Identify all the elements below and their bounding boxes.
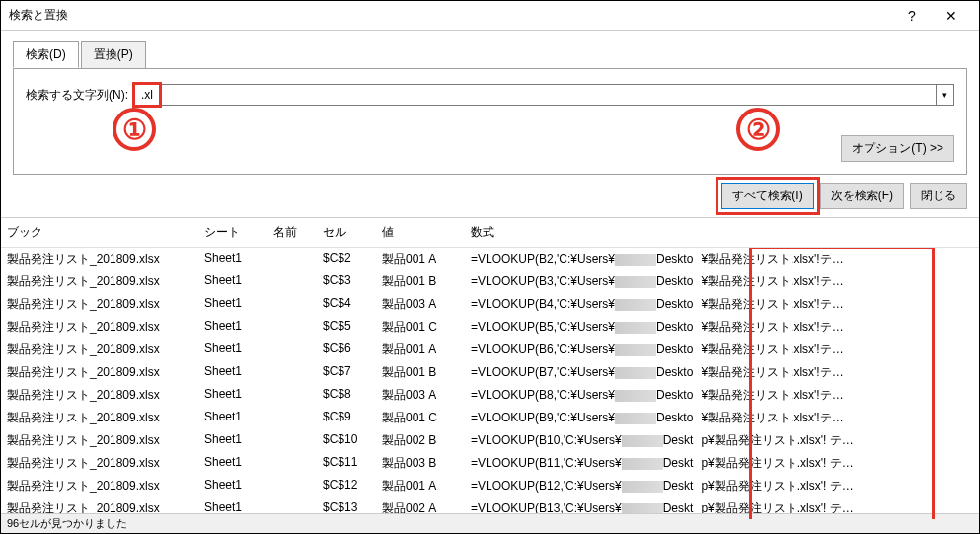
cell-value: 製品003 A bbox=[376, 386, 465, 405]
cell-value: 製品001 B bbox=[376, 363, 465, 382]
cell-book: 製品発注リスト_201809.xlsx bbox=[1, 363, 198, 382]
cell-sheet: Sheet1 bbox=[198, 454, 267, 473]
cell-ref: $C$8 bbox=[317, 386, 376, 405]
find-next-button[interactable]: 次を検索(F) bbox=[820, 183, 904, 209]
cell-value: 製品003 A bbox=[376, 295, 465, 314]
cell-sheet: Sheet1 bbox=[198, 409, 267, 427]
cell-formula: =VLOOKUP(B7,'C:¥Users¥Deskto¥製品発注リスト.xls… bbox=[465, 363, 979, 382]
cell-value: 製品001 C bbox=[376, 318, 465, 337]
cell-ref: $C$7 bbox=[317, 363, 376, 382]
cell-book: 製品発注リスト_201809.xlsx bbox=[1, 477, 198, 496]
cell-name bbox=[267, 386, 317, 405]
table-row[interactable]: 製品発注リスト_201809.xlsxSheet1$C$8製品003 A=VLO… bbox=[1, 384, 979, 407]
search-combo[interactable]: ▾ bbox=[134, 84, 954, 106]
cell-ref: $C$2 bbox=[317, 250, 376, 268]
cell-formula: =VLOOKUP(B9,'C:¥Users¥Deskto¥製品発注リスト.xls… bbox=[465, 409, 979, 427]
cell-name bbox=[267, 431, 317, 450]
cell-ref: $C$11 bbox=[317, 454, 376, 473]
help-button[interactable]: ? bbox=[892, 2, 932, 30]
cell-value: 製品001 A bbox=[376, 341, 465, 359]
cell-sheet: Sheet1 bbox=[198, 318, 267, 337]
table-row[interactable]: 製品発注リスト_201809.xlsxSheet1$C$11製品003 B=VL… bbox=[1, 452, 979, 475]
table-row[interactable]: 製品発注リスト_201809.xlsxSheet1$C$12製品001 A=VL… bbox=[1, 475, 979, 497]
table-row[interactable]: 製品発注リスト_201809.xlsxSheet1$C$5製品001 C=VLO… bbox=[1, 316, 979, 339]
cell-name bbox=[267, 341, 317, 359]
cell-value: 製品003 B bbox=[376, 454, 465, 473]
find-all-button[interactable]: すべて検索(I) bbox=[721, 183, 813, 209]
cell-value: 製品001 C bbox=[376, 409, 465, 427]
dropdown-icon[interactable]: ▾ bbox=[936, 85, 953, 105]
cell-formula: =VLOOKUP(B2,'C:¥Users¥Deskto¥製品発注リスト.xls… bbox=[465, 250, 979, 268]
search-panel: 検索する文字列(N): ▾ オプション(T) >> bbox=[13, 68, 967, 175]
cell-value: 製品001 A bbox=[376, 477, 465, 496]
cell-name bbox=[267, 272, 317, 291]
cell-ref: $C$3 bbox=[317, 272, 376, 291]
cell-book: 製品発注リスト_201809.xlsx bbox=[1, 318, 198, 337]
table-row[interactable]: 製品発注リスト_201809.xlsxSheet1$C$6製品001 A=VLO… bbox=[1, 339, 979, 361]
cell-book: 製品発注リスト_201809.xlsx bbox=[1, 341, 198, 359]
cell-name bbox=[267, 318, 317, 337]
col-sheet[interactable]: シート bbox=[198, 222, 267, 243]
cell-formula: =VLOOKUP(B3,'C:¥Users¥Deskto¥製品発注リスト.xls… bbox=[465, 272, 979, 291]
col-formula[interactable]: 数式 bbox=[465, 222, 979, 243]
col-value[interactable]: 値 bbox=[376, 222, 465, 243]
cell-book: 製品発注リスト_201809.xlsx bbox=[1, 431, 198, 450]
cell-value: 製品002 B bbox=[376, 431, 465, 450]
cell-name bbox=[267, 295, 317, 314]
search-input[interactable] bbox=[135, 86, 936, 104]
tab-bar: 検索(D) 置換(P) bbox=[13, 41, 967, 69]
options-button[interactable]: オプション(T) >> bbox=[841, 135, 954, 162]
cell-formula: =VLOOKUP(B5,'C:¥Users¥Deskto¥製品発注リスト.xls… bbox=[465, 318, 979, 337]
cell-value: 製品001 B bbox=[376, 272, 465, 291]
cell-name bbox=[267, 409, 317, 427]
cell-ref: $C$4 bbox=[317, 295, 376, 314]
table-row[interactable]: 製品発注リスト_201809.xlsxSheet1$C$2製品001 A=VLO… bbox=[1, 248, 979, 270]
table-row[interactable]: 製品発注リスト_201809.xlsxSheet1$C$4製品003 A=VLO… bbox=[1, 293, 979, 316]
cell-ref: $C$6 bbox=[317, 341, 376, 359]
close-button[interactable]: 閉じる bbox=[910, 183, 967, 209]
results-body[interactable]: 製品発注リスト_201809.xlsxSheet1$C$2製品001 A=VLO… bbox=[1, 248, 979, 519]
window-title: 検索と置換 bbox=[9, 7, 892, 24]
table-row[interactable]: 製品発注リスト_201809.xlsxSheet1$C$10製品002 B=VL… bbox=[1, 429, 979, 452]
cell-ref: $C$12 bbox=[317, 477, 376, 496]
cell-book: 製品発注リスト_201809.xlsx bbox=[1, 250, 198, 268]
status-bar: 96セルが見つかりました bbox=[1, 513, 979, 533]
col-cell[interactable]: セル bbox=[317, 222, 376, 243]
cell-sheet: Sheet1 bbox=[198, 295, 267, 314]
cell-book: 製品発注リスト_201809.xlsx bbox=[1, 386, 198, 405]
cell-name bbox=[267, 477, 317, 496]
cell-formula: =VLOOKUP(B4,'C:¥Users¥Deskto¥製品発注リスト.xls… bbox=[465, 295, 979, 314]
tab-find[interactable]: 検索(D) bbox=[13, 41, 79, 68]
cell-name bbox=[267, 454, 317, 473]
cell-ref: $C$10 bbox=[317, 431, 376, 450]
cell-book: 製品発注リスト_201809.xlsx bbox=[1, 272, 198, 291]
cell-sheet: Sheet1 bbox=[198, 272, 267, 291]
cell-book: 製品発注リスト_201809.xlsx bbox=[1, 454, 198, 473]
cell-sheet: Sheet1 bbox=[198, 386, 267, 405]
cell-ref: $C$5 bbox=[317, 318, 376, 337]
cell-sheet: Sheet1 bbox=[198, 477, 267, 496]
cell-value: 製品001 A bbox=[376, 250, 465, 268]
cell-sheet: Sheet1 bbox=[198, 341, 267, 359]
cell-sheet: Sheet1 bbox=[198, 250, 267, 268]
col-name[interactable]: 名前 bbox=[267, 222, 317, 243]
table-row[interactable]: 製品発注リスト_201809.xlsxSheet1$C$9製品001 C=VLO… bbox=[1, 407, 979, 429]
button-row: すべて検索(I) 次を検索(F) 閉じる bbox=[13, 183, 967, 209]
col-book[interactable]: ブック bbox=[1, 222, 198, 243]
close-window-button[interactable]: ✕ bbox=[932, 2, 971, 30]
cell-book: 製品発注リスト_201809.xlsx bbox=[1, 295, 198, 314]
cell-sheet: Sheet1 bbox=[198, 363, 267, 382]
cell-name bbox=[267, 250, 317, 268]
cell-book: 製品発注リスト_201809.xlsx bbox=[1, 409, 198, 427]
cell-formula: =VLOOKUP(B12,'C:¥Users¥Desktp¥製品発注リスト.xl… bbox=[465, 477, 979, 496]
cell-formula: =VLOOKUP(B6,'C:¥Users¥Deskto¥製品発注リスト.xls… bbox=[465, 341, 979, 359]
tab-replace[interactable]: 置換(P) bbox=[81, 41, 146, 68]
results-area: ブック シート 名前 セル 値 数式 製品発注リスト_201809.xlsxSh… bbox=[1, 217, 979, 519]
table-row[interactable]: 製品発注リスト_201809.xlsxSheet1$C$7製品001 B=VLO… bbox=[1, 361, 979, 384]
cell-name bbox=[267, 363, 317, 382]
search-label: 検索する文字列(N): bbox=[26, 87, 128, 104]
cell-formula: =VLOOKUP(B8,'C:¥Users¥Deskto¥製品発注リスト.xls… bbox=[465, 386, 979, 405]
cell-sheet: Sheet1 bbox=[198, 431, 267, 450]
table-row[interactable]: 製品発注リスト_201809.xlsxSheet1$C$3製品001 B=VLO… bbox=[1, 270, 979, 293]
cell-ref: $C$9 bbox=[317, 409, 376, 427]
